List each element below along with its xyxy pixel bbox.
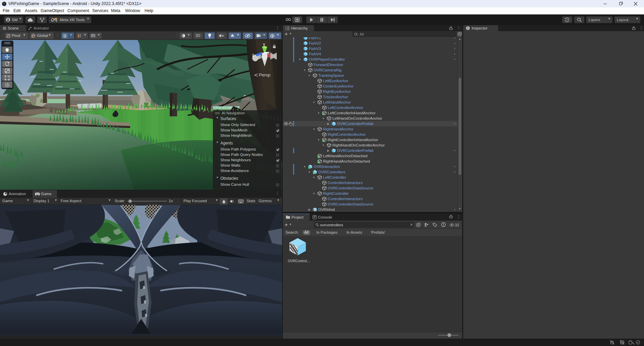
svg-text:z: z — [252, 52, 254, 57]
svg-text:y: y — [263, 43, 265, 47]
svg-text:x: x — [267, 50, 270, 55]
